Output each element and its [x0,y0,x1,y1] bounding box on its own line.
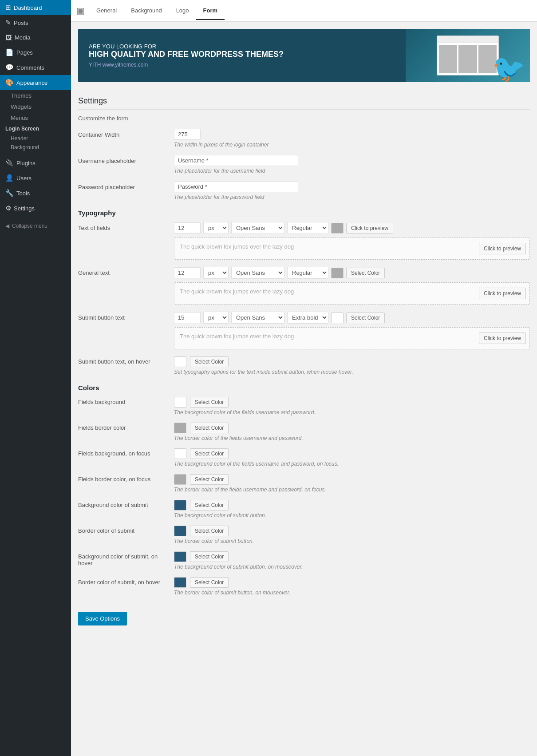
sidebar-label-posts: Posts [14,20,28,26]
submit-text-preview-btn[interactable]: Click to preview [479,332,526,344]
text-of-fields-weight[interactable]: RegularBoldExtra bold [287,222,328,234]
pages-icon: 📄 [5,48,14,56]
sidebar-item-comments[interactable]: 💬 Comments [0,60,71,75]
submit-text-size[interactable] [174,312,201,323]
bg-submit-controls: Select Color The background color of sub… [174,500,530,519]
sidebar-item-settings[interactable]: ⚙ Settings [0,201,71,216]
sidebar-item-pages[interactable]: 📄 Pages [0,45,71,60]
bg-submit-hover-swatch[interactable] [174,551,186,562]
fields-border-focus-picker-row: Select Color [174,474,530,485]
submit-text-font[interactable]: Open SansArialGeorgia [231,312,284,324]
tools-icon: 🔧 [5,189,14,197]
bg-submit-hover-help: The background color of submit button, o… [174,564,530,570]
fields-background-swatch[interactable] [174,397,186,408]
sidebar-sub-menus[interactable]: Menus [0,112,71,123]
sidebar-sub-themes[interactable]: Themes [0,90,71,101]
username-placeholder-row: Username placeholder The placeholder for… [78,155,530,174]
sidebar-label-pages: Pages [16,49,33,56]
sidebar-sub-widgets[interactable]: Widgets [0,101,71,112]
sidebar-label-media: Media [15,34,30,41]
bg-submit-hover-row: Background color of submit, on hover Sel… [78,551,530,570]
submit-text-unit[interactable]: pxemrem [203,312,229,324]
sidebar-item-users[interactable]: 👤 Users [0,170,71,186]
sidebar-item-dashboard[interactable]: ⊞ Dashboard [0,0,71,15]
submit-text-weight[interactable]: Extra boldRegularBold [287,312,328,324]
general-text-color-swatch[interactable] [331,268,344,278]
banner-line1: ARE YOU LOOKING FOR [89,43,395,50]
fields-border-swatch[interactable] [174,423,186,433]
text-of-fields-typo-controls: pxemrem Open SansArialGeorgia RegularBol… [174,222,530,234]
general-text-size[interactable] [174,267,201,278]
sidebar: ⊞ Dashboard ✎ Posts 🖼 Media 📄 Pages 💬 Co… [0,0,71,756]
sidebar-label-settings: Settings [14,205,35,212]
sidebar-label-dashboard: Dashboard [14,4,42,11]
sidebar-sub-header[interactable]: Header [0,134,71,143]
password-placeholder-label: Password placeholder [78,181,167,190]
submit-text-color-swatch[interactable] [331,313,344,323]
fields-border-row: Fields border color Select Color The bor… [78,423,530,441]
tab-form[interactable]: Form [196,2,225,20]
page-icon: ▣ [76,0,85,21]
sidebar-item-media[interactable]: 🖼 Media [0,30,71,45]
username-placeholder-help: The placeholder for the username field [174,168,530,174]
fields-bg-focus-help: The background color of the fields usern… [174,461,530,467]
fields-bg-focus-btn[interactable]: Select Color [190,448,229,459]
login-screen-label: Login Screen [0,123,71,134]
fields-border-focus-btn[interactable]: Select Color [190,474,229,485]
tab-background[interactable]: Background [124,2,169,20]
password-placeholder-input[interactable] [174,181,298,192]
collapse-icon: ◀ [5,223,9,229]
fields-border-btn[interactable]: Select Color [190,423,229,433]
general-text-color-btn[interactable]: Select Color [346,268,385,278]
general-text-preview-box: The quick brown fox jumps over the lazy … [174,282,530,305]
bg-submit-btn[interactable]: Select Color [190,500,229,511]
text-of-fields-preview-btn[interactable]: Click to preview [479,243,526,254]
collapse-menu[interactable]: ◀ Collapse menu [0,219,71,233]
submit-hover-text-row: Submit button text, on hover Select Colo… [78,356,530,375]
fields-border-focus-swatch[interactable] [174,474,186,485]
tab-general[interactable]: General [89,2,124,20]
fields-background-btn[interactable]: Select Color [190,397,229,408]
text-of-fields-color-swatch[interactable] [331,223,344,234]
border-submit-hover-btn[interactable]: Select Color [190,577,229,588]
text-of-fields-unit[interactable]: pxemrem [203,222,229,234]
text-of-fields-label: Text of fields [78,222,167,231]
general-text-preview-btn[interactable]: Click to preview [479,288,526,299]
text-of-fields-font[interactable]: Open SansArialGeorgia [231,222,284,234]
submit-hover-color-btn[interactable]: Select Color [190,356,229,367]
fields-bg-focus-swatch[interactable] [174,448,186,459]
typography-section-title: Typography [78,209,530,217]
general-text-unit[interactable]: pxemrem [203,267,229,279]
bg-submit-swatch[interactable] [174,500,186,511]
text-of-fields-row: Text of fields pxemrem Open SansArialGeo… [78,222,530,260]
submit-text-row: Submit button text pxemrem Open SansAria… [78,312,530,349]
sidebar-item-tools[interactable]: 🔧 Tools [0,186,71,201]
sidebar-item-appearance[interactable]: 🎨 Appearance [0,75,71,90]
text-of-fields-size[interactable] [174,222,201,234]
sidebar-item-posts[interactable]: ✎ Posts [0,15,71,30]
submit-hover-color-swatch[interactable] [174,356,186,367]
border-submit-swatch[interactable] [174,526,186,536]
fields-border-label: Fields border color [78,423,167,431]
save-options-button[interactable]: Save Options [78,612,127,625]
fields-bg-focus-row: Fields background, on focus Select Color… [78,448,530,467]
main-content: ▣ General Background Logo Form ARE YOU L… [71,0,537,756]
fields-border-focus-help: The border color of the fields username … [174,487,530,493]
username-placeholder-label: Username placeholder [78,155,167,164]
border-submit-hover-swatch[interactable] [174,577,186,588]
container-width-input[interactable] [174,129,201,140]
tab-logo[interactable]: Logo [169,2,196,20]
general-text-font[interactable]: Open SansArialGeorgia [231,267,284,279]
fields-border-focus-label: Fields border color, on focus [78,474,167,483]
sidebar-sub-background[interactable]: Background [0,143,71,152]
password-placeholder-help: The placeholder for the password field [174,194,530,200]
general-text-weight[interactable]: RegularBoldExtra bold [287,267,328,279]
text-of-fields-preview-box: The quick brown fox jumps over the lazy … [174,237,530,260]
bg-submit-hover-btn[interactable]: Select Color [190,551,229,562]
sidebar-item-plugins[interactable]: 🔌 Plugins [0,155,71,170]
sidebar-label-appearance: Appearance [16,79,47,86]
border-submit-btn[interactable]: Select Color [190,526,229,536]
username-placeholder-input[interactable] [174,155,298,166]
submit-text-color-btn[interactable]: Select Color [346,313,385,323]
text-of-fields-color-btn[interactable]: Click to preview [346,223,393,234]
